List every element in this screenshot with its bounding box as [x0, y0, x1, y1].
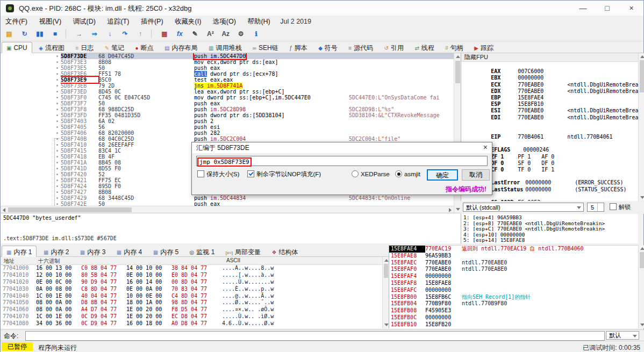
restart-icon[interactable]: ↻: [18, 28, 30, 39]
register-value[interactable]: 00000246: [523, 147, 573, 153]
cancel-button[interactable]: 取消: [462, 169, 490, 181]
disasm-row[interactable]: 5D8F73F7 50 push eax: [1, 100, 454, 106]
scroll-left-icon[interactable]: [3, 208, 5, 212]
disasm-address[interactable]: 5D8F742E: [61, 201, 98, 206]
breakpoint-gutter[interactable]: [1, 130, 61, 136]
breakpoint-gutter[interactable]: [1, 148, 61, 154]
tab-source[interactable]: ≡源代码: [344, 42, 377, 54]
step-out-icon[interactable]: ↑: [134, 28, 146, 39]
register-value[interactable]: 770EABE0: [518, 107, 567, 114]
tab-symbols[interactable]: ◆符号: [314, 42, 342, 54]
stack-value[interactable]: 15E8FAE8: [425, 280, 462, 287]
breakpoint-gutter[interactable]: [1, 160, 61, 166]
breakpoint-gutter[interactable]: [1, 118, 61, 124]
step-into-icon[interactable]: ↓: [104, 28, 116, 39]
breakpoint-gutter[interactable]: [1, 136, 61, 142]
breakpoint-gutter[interactable]: [1, 71, 61, 77]
tab-struct[interactable]: ❖结构体: [267, 246, 302, 258]
unlock-checkbox[interactable]: 解锁: [610, 203, 631, 211]
disasm-h-scrollbar[interactable]: [1, 206, 454, 213]
breakpoint-gutter[interactable]: [1, 100, 61, 106]
tab-log[interactable]: ≡日志: [71, 42, 98, 54]
argument-row[interactable]: 5: [esp+14] 15E8FAE8: [463, 238, 638, 243]
stack-row[interactable]: 15E8FAF4 00000000: [389, 273, 638, 280]
disasm-address[interactable]: 5D8F73F8: [61, 106, 98, 112]
tab-dump-4[interactable]: ▦内存 4: [112, 246, 146, 258]
breakpoint-gutter[interactable]: [1, 183, 61, 189]
menu-plugins[interactable]: 插件(P): [136, 16, 168, 26]
stepper-arrows-icon[interactable]: [597, 203, 604, 211]
scroll-up-icon[interactable]: [640, 247, 644, 250]
stack-value[interactable]: 770EABE0: [425, 266, 462, 273]
stack-row[interactable]: 15E8FB08 F45905E3: [389, 307, 638, 314]
register-value[interactable]: 00000000: [518, 75, 567, 81]
menu-file[interactable]: 文件(F): [1, 16, 32, 26]
run-to-user-code-icon[interactable]: ⇒: [89, 28, 101, 39]
breakpoint-gutter[interactable]: [1, 65, 61, 71]
breakpoint-gutter[interactable]: [1, 95, 61, 100]
disasm-address[interactable]: 5D8F7410: [61, 142, 98, 148]
scroll-down-icon[interactable]: [640, 324, 644, 326]
tab-dump-5[interactable]: ▦内存 5: [149, 246, 183, 258]
stack-scrollbar[interactable]: [638, 245, 644, 328]
stop-icon[interactable]: ■: [49, 28, 61, 39]
disasm-address[interactable]: 5D8F7420: [61, 171, 98, 177]
stack-value[interactable]: 770B9F80: [425, 300, 462, 307]
breakpoint-gutter[interactable]: [1, 112, 61, 118]
step-over-icon[interactable]: ↷: [119, 28, 131, 39]
disasm-address[interactable]: 5D8F7406: [61, 130, 98, 136]
close-button[interactable]: ×: [619, 1, 643, 16]
disasm-row[interactable]: 5D8F73FD FF35 0481D35D push dword ptr ds…: [1, 112, 454, 118]
command-input[interactable]: [25, 331, 605, 341]
disasm-address[interactable]: 5D8F73E9: [61, 77, 98, 83]
tab-dump-3[interactable]: ▦内存 3: [76, 246, 110, 258]
register-value[interactable]: 770EABE0: [518, 88, 567, 95]
stack-value[interactable]: F45905E3: [425, 307, 462, 314]
disasm-address[interactable]: 5D8F73F0: [61, 95, 98, 100]
disasm-address[interactable]: 5D8F740B: [61, 136, 98, 142]
register-value[interactable]: 007C6000: [518, 68, 567, 75]
stack-view[interactable]: 15E8FAE4 770EAC19 返回到 ntdll.770EAC19 自 n…: [389, 245, 638, 328]
stack-row[interactable]: 15E8FAEC 770EABE0 ntdll.770EABE0: [389, 260, 638, 267]
tab-handles[interactable]: #句柄: [441, 42, 468, 54]
register-value[interactable]: 15E8FB10: [518, 101, 567, 107]
command-mode-select[interactable]: 默认: [606, 331, 639, 340]
disasm-row[interactable]: 5D8F7406 68 82020000 push 282: [1, 130, 454, 136]
breakpoint-gutter[interactable]: [1, 83, 61, 89]
stack-row[interactable]: 15E8FAE8 96A59BB3: [389, 253, 638, 260]
assemble-input[interactable]: jmp 0x5D8F73E9: [196, 156, 488, 166]
asmjit-radio[interactable]: asmjit: [395, 170, 420, 177]
scroll-thumb[interactable]: [640, 252, 644, 268]
disasm-address[interactable]: 5D8F7405: [61, 124, 98, 130]
fx-icon[interactable]: fx: [174, 28, 185, 39]
menu-options[interactable]: 选项(O): [208, 16, 241, 26]
breakpoint-gutter[interactable]: [1, 89, 61, 95]
tab-watch-1[interactable]: ◎监视 1: [185, 246, 219, 258]
checkbox-icon[interactable]: [610, 203, 617, 210]
tab-notes[interactable]: ✎笔记: [101, 42, 128, 54]
register-value[interactable]: 770B4061: [518, 134, 567, 140]
scroll-down-icon[interactable]: [640, 196, 644, 199]
tab-threads[interactable]: ⇄线程: [410, 42, 438, 54]
scroll-thumb[interactable]: [455, 61, 460, 83]
breakpoint-gutter[interactable]: [1, 53, 61, 59]
open-file-icon[interactable]: ▤: [3, 28, 15, 39]
run-icon[interactable]: →: [73, 28, 85, 39]
menu-debug[interactable]: 调试(D): [68, 16, 101, 26]
tab-seh[interactable]: ∞SEH链: [248, 42, 283, 54]
register-value[interactable]: PF 1: [518, 154, 541, 160]
disasm-address[interactable]: 5D8F73EB: [61, 83, 98, 89]
keep-size-checkbox[interactable]: 保持大小(S): [197, 170, 239, 178]
dump-row[interactable]: 77041010 12 00 10 00 80 5B 04 77 0E 00 1…: [1, 272, 382, 279]
tab-script[interactable]: ƒ脚本: [285, 42, 312, 54]
disasm-address[interactable]: 5D8F7415: [61, 148, 98, 154]
tab-call-stack[interactable]: ▥调用堆栈: [204, 42, 246, 54]
scroll-thumb[interactable]: [8, 207, 132, 212]
disasm-address[interactable]: 5D8F73E5: [61, 65, 98, 71]
dump-row[interactable]: 77041040 1C 00 1E 00 40 04 04 77 10 00 0…: [1, 293, 382, 300]
disasm-row[interactable]: 5D8F73DE 68 D047C45D push im.5DC447D0: [1, 53, 454, 59]
register-value[interactable]: TF 0: [518, 167, 541, 173]
disasm-row[interactable]: 5D8F73E5 50 push eax: [1, 65, 454, 71]
disasm-row[interactable]: 5D8F742E 50 push eax: [1, 201, 454, 206]
disasm-row[interactable]: 5D8F73E9 85C0 test eax,eax: [1, 77, 454, 83]
